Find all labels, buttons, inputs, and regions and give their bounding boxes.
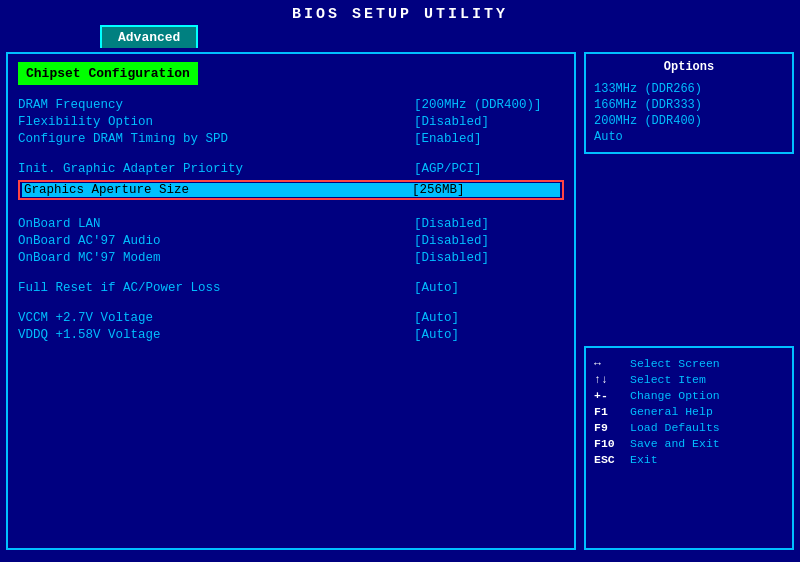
row-configure-dram-timing: Configure DRAM Timing by SPD [Enabled] [18, 132, 564, 146]
separator-2 [18, 204, 564, 214]
spacer [584, 158, 794, 346]
right-panel: Options 133MHz (DDR266) 166MHz (DDR333) … [584, 52, 794, 550]
keys-box: ↔ Select Screen ↑↓ Select Item +- Change… [584, 346, 794, 550]
key-esc: ESC Exit [594, 453, 784, 466]
separator-4 [18, 298, 564, 308]
key-select-screen: ↔ Select Screen [594, 357, 784, 370]
bios-title: BIOS SETUP UTILITY [292, 6, 508, 23]
row-flexibility-option: Flexibility Option [Disabled] [18, 115, 564, 129]
left-panel: Chipset Configuration DRAM Frequency [20… [6, 52, 576, 550]
main-area: Chipset Configuration DRAM Frequency [20… [0, 52, 800, 554]
option-166mhz[interactable]: 166MHz (DDR333) [594, 98, 784, 112]
config-table: DRAM Frequency [200MHz (DDR400)] Flexibi… [18, 98, 564, 342]
key-f10: F10 Save and Exit [594, 437, 784, 450]
row-onboard-audio: OnBoard AC'97 Audio [Disabled] [18, 234, 564, 248]
options-box: Options 133MHz (DDR266) 166MHz (DDR333) … [584, 52, 794, 154]
separator-3 [18, 268, 564, 278]
option-auto[interactable]: Auto [594, 130, 784, 144]
option-200mhz[interactable]: 200MHz (DDR400) [594, 114, 784, 128]
top-bar: BIOS SETUP UTILITY [0, 0, 800, 23]
options-title: Options [594, 60, 784, 74]
key-change-option: +- Change Option [594, 389, 784, 402]
row-vccm-voltage: VCCM +2.7V Voltage [Auto] [18, 311, 564, 325]
row-dram-frequency: DRAM Frequency [200MHz (DDR400)] [18, 98, 564, 112]
row-onboard-modem: OnBoard MC'97 Modem [Disabled] [18, 251, 564, 265]
option-133mhz[interactable]: 133MHz (DDR266) [594, 82, 784, 96]
key-f1: F1 General Help [594, 405, 784, 418]
tab-bar: Advanced [0, 25, 800, 48]
tab-advanced[interactable]: Advanced [100, 25, 198, 48]
row-graphics-aperture[interactable]: Graphics Aperture Size [256MB] [18, 180, 564, 200]
row-onboard-lan: OnBoard LAN [Disabled] [18, 217, 564, 231]
separator-1 [18, 149, 564, 159]
section-title: Chipset Configuration [18, 62, 198, 85]
row-vddq-voltage: VDDQ +1.58V Voltage [Auto] [18, 328, 564, 342]
row-init-graphic: Init. Graphic Adapter Priority [AGP/PCI] [18, 162, 564, 176]
bios-screen: BIOS SETUP UTILITY Advanced Chipset Conf… [0, 0, 800, 562]
key-select-item: ↑↓ Select Item [594, 373, 784, 386]
row-full-reset: Full Reset if AC/Power Loss [Auto] [18, 281, 564, 295]
key-f9: F9 Load Defaults [594, 421, 784, 434]
